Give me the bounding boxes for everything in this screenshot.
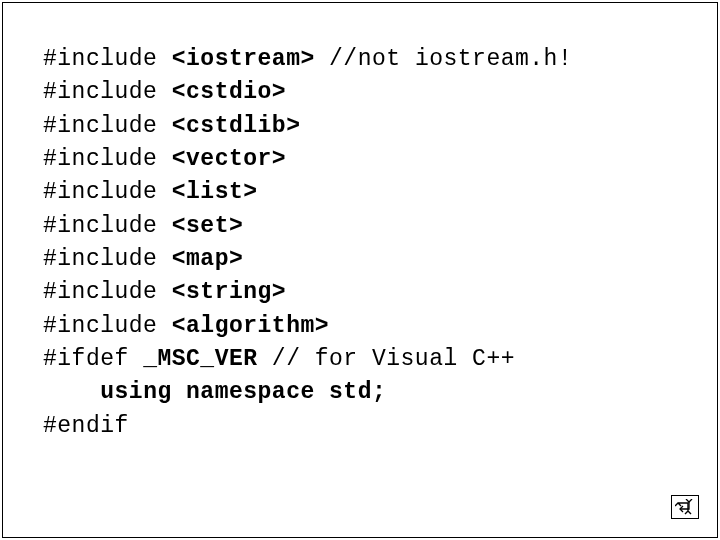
code-line: #include <list> [43, 179, 258, 205]
code-line: #include <cstdio> [43, 79, 286, 105]
code-bold: <string> [172, 279, 286, 305]
code-line: #endif [43, 413, 129, 439]
code-bold: <set> [172, 213, 244, 239]
code-text: #include [43, 279, 172, 305]
code-text: #include [43, 179, 172, 205]
code-bold: <cstdio> [172, 79, 286, 105]
code-text: #include [43, 79, 172, 105]
code-text: #include [43, 313, 172, 339]
code-bold: _MSC_VER [143, 346, 257, 372]
return-arrow-icon [675, 499, 695, 515]
code-comment: //not iostream.h! [315, 46, 572, 72]
code-line: #include <iostream> //not iostream.h! [43, 46, 572, 72]
code-text: #ifdef [43, 346, 143, 372]
code-bold: <map> [172, 246, 244, 272]
code-bold: using namespace std; [100, 379, 386, 405]
code-line: #include <vector> [43, 146, 286, 172]
code-line: #include <string> [43, 279, 286, 305]
code-block: #include <iostream> //not iostream.h! #i… [43, 43, 687, 443]
code-text: #include [43, 46, 172, 72]
code-text: #include [43, 146, 172, 172]
code-bold: <list> [172, 179, 258, 205]
return-button[interactable] [671, 495, 699, 519]
code-bold: <iostream> [172, 46, 315, 72]
code-bold: <vector> [172, 146, 286, 172]
code-indent [43, 379, 100, 405]
code-bold: <cstdlib> [172, 113, 301, 139]
code-line: #include <set> [43, 213, 243, 239]
code-text: #include [43, 213, 172, 239]
code-line: using namespace std; [43, 379, 386, 405]
slide-frame: #include <iostream> //not iostream.h! #i… [2, 2, 718, 538]
code-comment: // for Visual C++ [258, 346, 515, 372]
code-line: #include <map> [43, 246, 243, 272]
code-line: #include <cstdlib> [43, 113, 300, 139]
code-text: #include [43, 113, 172, 139]
code-line: #ifdef _MSC_VER // for Visual C++ [43, 346, 515, 372]
code-text: #endif [43, 413, 129, 439]
code-text: #include [43, 246, 172, 272]
code-bold: <algorithm> [172, 313, 329, 339]
code-line: #include <algorithm> [43, 313, 329, 339]
